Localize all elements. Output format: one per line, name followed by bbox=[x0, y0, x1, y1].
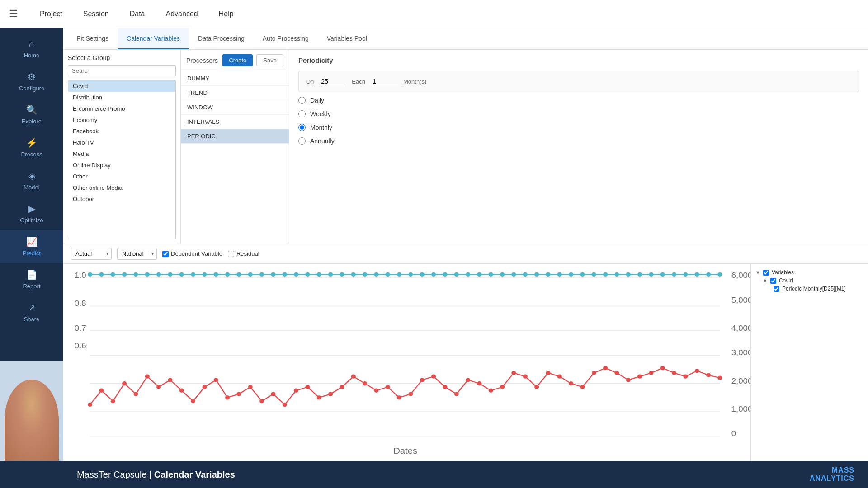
legend-variables-row: ▼ Variables bbox=[755, 268, 863, 277]
processor-item-periodic[interactable]: PERIODIC bbox=[181, 129, 289, 144]
sidebar-label-optimize: Optimize bbox=[20, 217, 43, 224]
svg-point-114 bbox=[546, 371, 550, 375]
svg-point-55 bbox=[511, 272, 516, 277]
explore-icon: 🔍 bbox=[26, 104, 38, 115]
brand-name: MASS ANALYTICS bbox=[810, 466, 854, 483]
processor-item-dummy[interactable]: DUMMY bbox=[181, 71, 289, 86]
svg-point-35 bbox=[283, 272, 287, 277]
tab-data-processing[interactable]: Data Processing bbox=[189, 28, 254, 49]
tab-variables-pool[interactable]: Variables Pool bbox=[318, 28, 376, 49]
svg-point-127 bbox=[695, 369, 699, 373]
svg-text:4,000: 4,000 bbox=[731, 324, 750, 333]
predict-icon: 📈 bbox=[26, 236, 38, 247]
sidebar-item-report[interactable]: 📄 Report bbox=[0, 263, 63, 296]
processor-item-window[interactable]: WINDOW bbox=[181, 100, 289, 115]
svg-point-79 bbox=[145, 374, 150, 378]
tab-fit-settings[interactable]: Fit Settings bbox=[68, 28, 118, 49]
menu-icon[interactable]: ☰ bbox=[9, 8, 18, 20]
daily-radio[interactable] bbox=[298, 97, 306, 104]
dependent-variable-checkbox[interactable] bbox=[162, 251, 169, 257]
group-item-economy[interactable]: Economy bbox=[68, 114, 175, 126]
svg-point-111 bbox=[511, 371, 516, 375]
svg-point-99 bbox=[374, 389, 378, 393]
svg-point-142 bbox=[35, 408, 38, 410]
group-item-halotv[interactable]: Halo TV bbox=[68, 137, 175, 148]
config-on-input[interactable] bbox=[319, 77, 346, 86]
inner-content: Select a Group Covid Distribution E-comm… bbox=[63, 50, 868, 461]
group-item-facebook[interactable]: Facebook bbox=[68, 126, 175, 137]
sidebar-item-home[interactable]: ⌂ Home bbox=[0, 33, 63, 65]
svg-point-146 bbox=[30, 411, 33, 414]
svg-rect-144 bbox=[33, 407, 39, 412]
svg-point-52 bbox=[477, 272, 481, 277]
legend-variables-caret[interactable]: ▼ bbox=[755, 270, 760, 275]
nav-advanced[interactable]: Advanced bbox=[162, 8, 202, 20]
legend-covid-checkbox[interactable] bbox=[770, 278, 776, 284]
group-item-distribution[interactable]: Distribution bbox=[68, 92, 175, 103]
legend-variables-checkbox[interactable] bbox=[763, 270, 769, 276]
configure-icon: ⚙ bbox=[28, 71, 36, 82]
sidebar-item-optimize[interactable]: ▶ Optimize bbox=[0, 197, 63, 230]
legend-periodic-monthly-checkbox[interactable] bbox=[774, 286, 779, 292]
svg-point-19 bbox=[99, 272, 104, 277]
nav-project[interactable]: Project bbox=[36, 8, 66, 20]
model-icon: ◈ bbox=[28, 170, 35, 181]
svg-point-24 bbox=[156, 272, 161, 277]
processor-item-trend[interactable]: TREND bbox=[181, 86, 289, 100]
group-item-media[interactable]: Media bbox=[68, 148, 175, 160]
svg-point-62 bbox=[592, 272, 596, 277]
group-item-other[interactable]: Other bbox=[68, 171, 175, 182]
sidebar-item-model[interactable]: ◈ Model bbox=[0, 164, 63, 197]
annually-radio[interactable] bbox=[298, 137, 306, 145]
top-panel: Select a Group Covid Distribution E-comm… bbox=[63, 50, 868, 244]
svg-point-36 bbox=[294, 272, 298, 277]
group-item-ecommerce[interactable]: E-commerce Promo bbox=[68, 103, 175, 114]
svg-point-26 bbox=[179, 272, 184, 277]
tab-calendar-variables[interactable]: Calendar Variables bbox=[118, 28, 189, 49]
sidebar-label-home: Home bbox=[24, 52, 40, 59]
sidebar-item-configure[interactable]: ⚙ Configure bbox=[0, 65, 63, 98]
svg-point-67 bbox=[649, 272, 653, 277]
svg-text:2,000: 2,000 bbox=[731, 376, 750, 385]
group-item-covid[interactable]: Covid bbox=[68, 80, 175, 92]
config-unit-label: Month(s) bbox=[403, 78, 426, 85]
svg-point-109 bbox=[489, 389, 493, 393]
svg-point-29 bbox=[214, 272, 218, 277]
sidebar-item-share[interactable]: ↗ Share bbox=[0, 296, 63, 329]
svg-rect-131 bbox=[0, 361, 63, 461]
svg-point-95 bbox=[328, 392, 333, 396]
nav-session[interactable]: Session bbox=[80, 8, 113, 20]
home-icon: ⌂ bbox=[29, 39, 34, 49]
residual-checkbox[interactable] bbox=[228, 251, 234, 257]
svg-point-91 bbox=[283, 403, 287, 407]
svg-point-120 bbox=[614, 371, 619, 375]
svg-point-136 bbox=[17, 387, 46, 407]
svg-point-141 bbox=[26, 408, 28, 410]
svg-point-43 bbox=[374, 272, 378, 277]
monthly-radio[interactable] bbox=[298, 124, 306, 131]
group-search-input[interactable] bbox=[68, 65, 176, 76]
group-item-otheronline[interactable]: Other online Media bbox=[68, 182, 175, 193]
weekly-radio[interactable] bbox=[298, 110, 306, 117]
actual-select[interactable]: Actual Predicted bbox=[71, 248, 112, 260]
legend-covid-caret[interactable]: ▼ bbox=[763, 278, 768, 283]
svg-point-23 bbox=[145, 272, 150, 277]
sidebar-item-explore[interactable]: 🔍 Explore bbox=[0, 98, 63, 131]
nav-help[interactable]: Help bbox=[215, 8, 237, 20]
group-item-onlinedisplay[interactable]: Online Display bbox=[68, 160, 175, 171]
sidebar-item-process[interactable]: ⚡ Process bbox=[0, 131, 63, 164]
svg-point-60 bbox=[569, 272, 573, 277]
sidebar-item-predict[interactable]: 📈 Predict bbox=[0, 230, 63, 263]
filter-bar: Actual Predicted National Regional Depen… bbox=[63, 244, 868, 264]
svg-point-21 bbox=[122, 272, 127, 277]
save-button[interactable]: Save bbox=[256, 54, 283, 66]
tab-auto-processing[interactable]: Auto Processing bbox=[254, 28, 318, 49]
create-button[interactable]: Create bbox=[222, 54, 253, 66]
config-each-input[interactable] bbox=[371, 77, 398, 86]
group-item-outdoor[interactable]: Outdoor bbox=[68, 193, 175, 205]
svg-point-106 bbox=[454, 392, 459, 396]
nav-data[interactable]: Data bbox=[126, 8, 149, 20]
national-select[interactable]: National Regional bbox=[117, 248, 157, 260]
svg-point-71 bbox=[695, 272, 699, 277]
processor-item-intervals[interactable]: INTERVALS bbox=[181, 115, 289, 129]
